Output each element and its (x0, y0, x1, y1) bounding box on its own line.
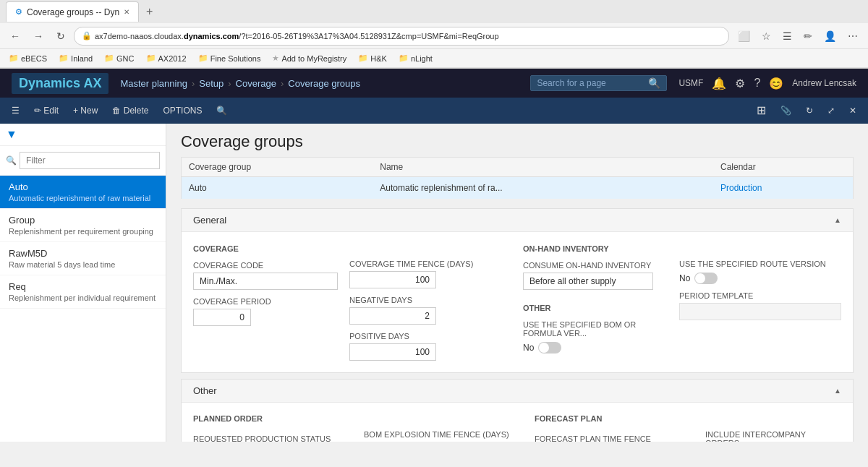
consume-input[interactable] (523, 273, 653, 290)
tab-title: Coverage groups -- Dyn (27, 7, 119, 17)
bookmark-fine-solutions[interactable]: 📁Fine Solutions (195, 53, 264, 64)
col-name: Name (373, 158, 713, 177)
search-icon: 🔍 (648, 77, 660, 89)
bookmark-nlight[interactable]: 📁nLight (396, 53, 435, 64)
nav-item-rawm5d[interactable]: RawM5D Raw material 5 days lead time (0, 242, 166, 275)
nav-item-req-sub: Replenishment per individual requirement (9, 294, 157, 302)
bom-field: Use the specified BOM or formula ver... … (523, 320, 668, 354)
refresh-icon[interactable]: ↻ (800, 103, 819, 119)
coverage-section-label: COVERAGE (193, 244, 338, 254)
consume-field: Consume on-hand inventory (523, 261, 668, 290)
forecast-column: FORECAST PLAN Forecast plan time fence R… (535, 414, 694, 442)
nav-item-auto[interactable]: Auto Automatic replenishment of raw mate… (0, 176, 166, 209)
breadcrumb-setup[interactable]: Setup (199, 78, 224, 89)
help-icon[interactable]: ? (754, 77, 760, 90)
route-column: Use the specified route version No Perio… (679, 244, 841, 320)
app-header: Dynamics AX Master planning › Setup › Co… (0, 69, 868, 98)
intercompany-field: Include intercompany orders No (705, 430, 841, 442)
settings-icon[interactable]: ⚙ (735, 77, 745, 90)
new-tab-button[interactable]: + (142, 4, 157, 20)
toolbar-search-button[interactable]: 🔍 (210, 103, 233, 119)
filter-input[interactable] (20, 152, 160, 169)
period-template-field: Period template (679, 291, 841, 320)
route-toggle-switch[interactable] (694, 273, 718, 284)
cell-name: Automatic replenishment of ra... (373, 177, 713, 200)
profile-button[interactable]: 👤 (820, 29, 841, 43)
url-domain: dynamics.com (184, 32, 239, 40)
left-panel: ▼ 🔍 Auto Automatic replenishment of raw … (0, 124, 166, 442)
more-button[interactable]: ⋯ (843, 29, 862, 43)
negative-days-input[interactable] (349, 307, 436, 325)
office-icon[interactable]: ⊞ (751, 100, 772, 120)
bookmark-hk[interactable]: 📁H&K (355, 53, 390, 64)
tab-bar: ⚙ Coverage groups -- Dyn ✕ + (0, 0, 868, 23)
tabs-button[interactable]: ⬜ (733, 29, 754, 43)
table-header-row: Coverage group Name Calendar (182, 158, 854, 177)
nav-item-auto-sub: Automatic replenishment of raw material (9, 194, 157, 202)
bookmark-gnc[interactable]: 📁GNC (101, 53, 137, 64)
breadcrumb: Master planning › Setup › Coverage › Cov… (120, 78, 519, 89)
route-value: No (679, 273, 690, 283)
days-column: Coverage time fence (days) Negative days… (349, 244, 511, 361)
bookmark-ax2012[interactable]: 📁AX2012 (143, 53, 190, 64)
onhand-column: ON-HAND INVENTORY Consume on-hand invent… (523, 244, 668, 354)
nav-item-group[interactable]: Group Replenishment per requirement grou… (0, 209, 166, 242)
page-title-bar: Coverage groups (166, 124, 868, 157)
tab-close-button[interactable]: ✕ (124, 8, 129, 16)
app-logo-text: Dynamics AX (19, 76, 101, 90)
nav-item-auto-title: Auto (9, 181, 157, 192)
prod-status-field: Requested production status (193, 434, 352, 442)
notification-icon[interactable]: 🔔 (712, 77, 726, 90)
close-icon[interactable]: ✕ (843, 103, 862, 119)
period-template-input[interactable] (679, 303, 841, 320)
route-field: Use the specified route version No (679, 260, 841, 284)
coverage-code-field: Coverage code (193, 261, 338, 290)
bom-toggle-switch[interactable] (538, 342, 561, 354)
lock-icon: 🔒 (82, 31, 92, 40)
general-collapse-icon: ▲ (834, 216, 841, 224)
back-button[interactable]: ← (6, 29, 25, 43)
address-bar[interactable]: 🔒 ax7demo-naaos.cloudax.dynamics.com/?t=… (74, 27, 729, 46)
forward-button[interactable]: → (29, 29, 48, 43)
bookmark-button[interactable]: ☆ (757, 29, 775, 43)
bookmark-inland[interactable]: 📁Inland (56, 53, 95, 64)
hamburger-menu[interactable]: ☰ (6, 103, 25, 119)
browser-nav: ← → ↻ 🔒 ax7demo-naaos.cloudax.dynamics.c… (0, 23, 868, 49)
nav-item-req[interactable]: Req Replenishment per individual require… (0, 275, 166, 309)
other-section-header[interactable]: Other ▲ (182, 380, 853, 403)
coverage-period-input[interactable] (193, 309, 251, 326)
col-calendar: Calendar (713, 158, 854, 177)
filter-bar: 🔍 (0, 146, 166, 176)
table-row[interactable]: Auto Automatic replenishment of ra... Pr… (182, 177, 854, 200)
app-logo: Dynamics AX (12, 73, 109, 94)
menu-button[interactable]: ☰ (778, 29, 796, 43)
search-box[interactable]: 🔍 (530, 75, 667, 91)
breadcrumb-coverage-groups[interactable]: Coverage groups (288, 78, 360, 89)
user-icon[interactable]: 😊 (769, 77, 783, 90)
refresh-button[interactable]: ↻ (52, 29, 69, 43)
attachment-icon[interactable]: 📎 (775, 103, 797, 119)
breadcrumb-coverage[interactable]: Coverage (236, 78, 276, 89)
bookmark-add-registry[interactable]: ★Add to MyRegistry (269, 53, 349, 64)
active-tab[interactable]: ⚙ Coverage groups -- Dyn ✕ (6, 1, 139, 22)
breadcrumb-master-planning[interactable]: Master planning (120, 78, 187, 89)
filter-icon: 🔍 (6, 155, 17, 166)
options-button[interactable]: OPTIONS (157, 103, 208, 119)
other-section-label: OTHER (523, 303, 668, 313)
edit-button[interactable]: ✏ Edit (28, 103, 64, 119)
search-input[interactable] (537, 78, 645, 88)
forecast-fence-field: Forecast plan time fence (535, 434, 694, 442)
bom-value: No (523, 343, 534, 353)
coverage-period-field: Coverage period (193, 297, 338, 326)
delete-button[interactable]: 🗑 Delete (106, 103, 154, 119)
coverage-fence-input[interactable] (349, 271, 436, 288)
general-section-header[interactable]: General ▲ (182, 209, 853, 232)
coverage-code-input[interactable] (193, 273, 338, 290)
bookmark-ebecs[interactable]: 📁eBECS (6, 53, 50, 64)
positive-days-input[interactable] (349, 343, 436, 361)
new-button[interactable]: + New (67, 103, 103, 119)
fullscreen-icon[interactable]: ⤢ (822, 103, 841, 119)
user-name: Andrew Lencsak (792, 78, 856, 88)
extensions-button[interactable]: ✏ (799, 29, 817, 43)
nav-items: Auto Automatic replenishment of raw mate… (0, 176, 166, 442)
